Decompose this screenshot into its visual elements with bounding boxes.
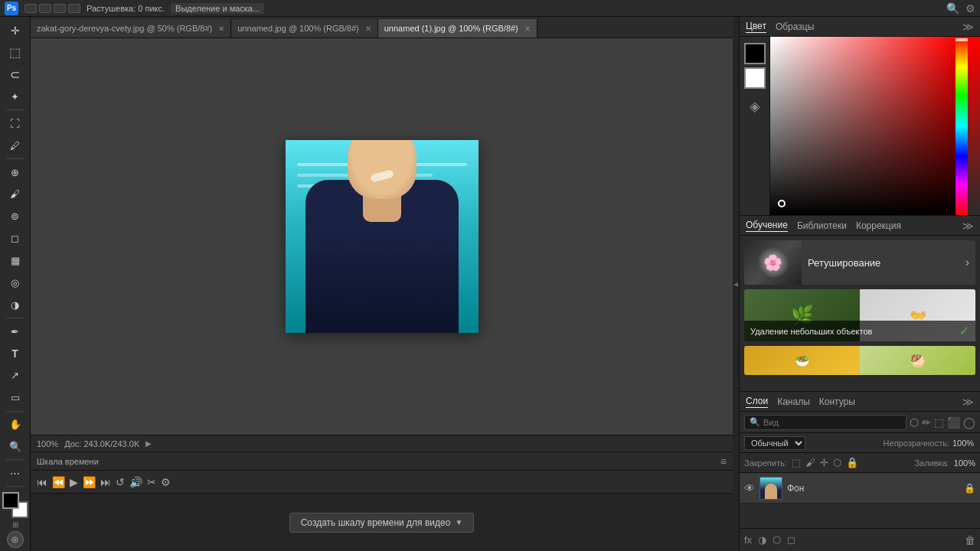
opacity-value[interactable]: 100% bbox=[952, 439, 975, 448]
timeline-btn-audio[interactable]: 🔊 bbox=[129, 476, 142, 488]
layer-fx-icon[interactable]: fx bbox=[744, 534, 752, 546]
lock-transparency-icon[interactable]: ⬚ bbox=[792, 457, 801, 468]
timeline-btn-cut[interactable]: ✂ bbox=[147, 476, 156, 488]
timeline-title: Шкала времени bbox=[37, 457, 99, 466]
tab-close-1[interactable]: ✕ bbox=[218, 24, 224, 33]
center-panel: zakat-gory-derevya-cvety.jpg @ 50% (RGB/… bbox=[31, 17, 733, 551]
timeline-btn-start[interactable]: ⏮ bbox=[37, 476, 47, 488]
more-tools[interactable]: ⋯ bbox=[5, 462, 26, 484]
layer-filter-toggle[interactable]: ◯ bbox=[963, 416, 975, 429]
top-menu-bar: Ps Растушевка: 0 пикс. Выделение и маска… bbox=[0, 0, 980, 17]
layer-filter-icon-1[interactable]: ⬡ bbox=[910, 416, 919, 429]
brush-tool[interactable]: 🖌 bbox=[5, 184, 26, 205]
layers-tab-sloi[interactable]: Слои bbox=[746, 396, 768, 408]
layer-delete-icon[interactable]: 🗑 bbox=[965, 534, 975, 546]
color-gradient-picker[interactable] bbox=[770, 37, 956, 215]
blend-mode-select[interactable]: Обычный bbox=[744, 436, 805, 450]
timeline-controls: ⏮ ⏪ ▶ ⏩ ⏭ ↺ 🔊 ✂ ⚙ bbox=[31, 471, 733, 494]
timeline-header: Шкала времени ≡ bbox=[31, 452, 733, 471]
marquee-tool[interactable]: ⬚ bbox=[5, 42, 26, 64]
hand-tool[interactable]: ✋ bbox=[5, 414, 26, 435]
tab-close-3[interactable]: ✕ bbox=[524, 24, 531, 33]
layers-tab-contours[interactable]: Контуры bbox=[819, 396, 855, 407]
default-colors-icon[interactable]: ⊞ bbox=[12, 520, 18, 529]
eraser-tool[interactable]: ◻ bbox=[5, 228, 26, 249]
samples-tab[interactable]: Образцы bbox=[776, 21, 814, 32]
menu-tools-icon[interactable] bbox=[24, 4, 80, 13]
learning-expand-icon[interactable]: ≫ bbox=[962, 220, 974, 232]
timeline-btn-end[interactable]: ⏭ bbox=[100, 476, 111, 488]
right-collapse-handle[interactable]: ◀ bbox=[733, 17, 739, 551]
fill-value[interactable]: 100% bbox=[954, 458, 975, 468]
hue-slider[interactable] bbox=[956, 37, 968, 215]
timeline-btn-settings[interactable]: ⚙ bbox=[161, 476, 171, 488]
color-tab[interactable]: Цвет bbox=[746, 21, 766, 33]
tutorial-more[interactable]: 🥗 🥙 bbox=[744, 346, 975, 375]
timeline-btn-next[interactable]: ⏩ bbox=[83, 476, 96, 488]
fill-label: Заливка: bbox=[914, 458, 949, 468]
tutorial-retouching-title: Ретуширование bbox=[802, 257, 965, 269]
lock-image-icon[interactable]: 🖌 bbox=[805, 457, 815, 468]
fg-color-swatch[interactable] bbox=[744, 43, 766, 64]
layers-tab-canals[interactable]: Каналы bbox=[777, 396, 810, 407]
lock-all-icon[interactable]: 🔒 bbox=[846, 457, 858, 468]
layer-item-fon[interactable]: 👁 Фон 🔒 bbox=[740, 473, 980, 504]
checkmark-icon: ✓ bbox=[959, 324, 969, 338]
dodge-tool[interactable]: ◑ bbox=[5, 294, 26, 315]
tutorial-remove-objects[interactable]: 🌿 👐 Удаление небольших объектов ✓ bbox=[744, 289, 975, 341]
learning-tab-libraries[interactable]: Библиотеки bbox=[797, 220, 847, 231]
layer-new-icon[interactable]: ◻ bbox=[787, 534, 795, 546]
text-tool[interactable]: T bbox=[5, 343, 26, 364]
eyedropper-tool[interactable]: 🖊 bbox=[5, 135, 26, 156]
layer-visibility-icon[interactable]: 👁 bbox=[744, 482, 755, 494]
clone-tool[interactable]: ⊚ bbox=[5, 206, 26, 227]
pen-tool[interactable]: ✒ bbox=[5, 321, 26, 342]
layer-filter-icon-2[interactable]: ✏ bbox=[922, 416, 931, 429]
quick-mask-icon[interactable]: ◎ bbox=[7, 531, 24, 548]
layer-filter-icon-4[interactable]: ⬛ bbox=[947, 416, 960, 429]
healing-tool[interactable]: ⊕ bbox=[5, 161, 26, 183]
timeline-btn-prev[interactable]: ⏪ bbox=[52, 476, 65, 488]
tutorial-retouching-arrow: › bbox=[965, 256, 975, 269]
layers-search-box[interactable]: 🔍 bbox=[744, 415, 906, 430]
tutorial-retouching[interactable]: 🌸 Ретуширование › bbox=[744, 240, 975, 285]
learning-tab-obuchenie[interactable]: Обучение bbox=[746, 220, 788, 232]
bg-color-swatch[interactable] bbox=[744, 67, 766, 89]
learning-tab-correction[interactable]: Коррекция bbox=[856, 220, 901, 231]
magic-wand-tool[interactable]: ✦ bbox=[5, 86, 26, 108]
layers-search-input[interactable] bbox=[763, 418, 901, 427]
foreground-color-swatch[interactable] bbox=[2, 492, 19, 509]
lasso-tool[interactable]: ⊂ bbox=[5, 64, 26, 86]
blur-tool[interactable]: ◎ bbox=[5, 272, 26, 293]
3d-icon[interactable]: ◈ bbox=[750, 98, 760, 115]
crop-tool[interactable]: ⛶ bbox=[5, 112, 26, 134]
layer-filter-icon-3[interactable]: ⬚ bbox=[934, 416, 944, 429]
timeline-menu-icon[interactable]: ≡ bbox=[720, 455, 727, 468]
shape-tool[interactable]: ▭ bbox=[5, 387, 26, 409]
tab-zakat[interactable]: zakat-gory-derevya-cvety.jpg @ 50% (RGB/… bbox=[31, 19, 231, 37]
layer-adjustment-icon[interactable]: ◑ bbox=[758, 534, 766, 546]
app-icon: Ps bbox=[5, 2, 18, 15]
menu-select-text[interactable]: Выделение и маска... bbox=[171, 3, 264, 14]
timeline-btn-loop[interactable]: ↺ bbox=[116, 476, 125, 488]
settings-icon[interactable]: ⚙ bbox=[965, 2, 975, 15]
panel-expand-icon[interactable]: ≫ bbox=[962, 21, 974, 33]
create-timeline-button[interactable]: Создать шкалу времени для видео ▼ bbox=[289, 513, 475, 533]
lock-position-icon[interactable]: ✛ bbox=[820, 457, 828, 468]
move-tool[interactable]: ✛ bbox=[5, 20, 26, 41]
tab-unnamed[interactable]: unnamed.jpg @ 100% (RGB/8#) ✕ bbox=[231, 19, 378, 37]
timeline-btn-play[interactable]: ▶ bbox=[70, 476, 78, 488]
layers-panel-expand[interactable]: ≫ bbox=[962, 396, 974, 408]
gradient-tool[interactable]: ▦ bbox=[5, 250, 26, 272]
tab-close-2[interactable]: ✕ bbox=[365, 24, 371, 33]
path-select-tool[interactable]: ↗ bbox=[5, 365, 26, 386]
lock-artboard-icon[interactable]: ⬡ bbox=[833, 457, 841, 468]
layer-group-icon[interactable]: ⬡ bbox=[773, 534, 781, 546]
status-arrow[interactable]: ▶ bbox=[145, 439, 152, 448]
zoom-tool[interactable]: 🔍 bbox=[5, 435, 26, 457]
search-icon[interactable]: 🔍 bbox=[946, 2, 959, 15]
tutorial-more-right: 🥙 bbox=[860, 346, 975, 375]
tab-unnamed-1[interactable]: unnamed (1).jpg @ 100% (RGB/8#) ✕ bbox=[378, 19, 537, 37]
left-toolbar: ✛ ⬚ ⊂ ✦ ⛶ 🖊 ⊕ 🖌 ⊚ ◻ ▦ ◎ ◑ ✒ T ↗ ▭ ✋ 🔍 ⋯ … bbox=[0, 17, 31, 551]
alpha-slider[interactable] bbox=[968, 37, 980, 215]
